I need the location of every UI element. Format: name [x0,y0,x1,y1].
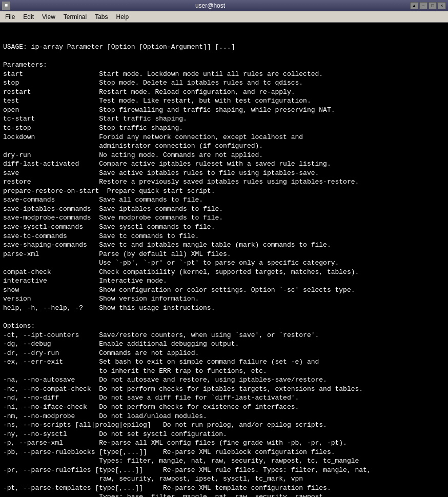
titlebar-left: ■ [2,2,10,10]
menu-terminal[interactable]: Terminal [59,12,91,22]
terminal-icon: ■ [2,2,10,10]
maximize-button[interactable]: □ [429,2,437,9]
titlebar: ■ user@host ▲ − □ × [0,0,448,11]
menu-view[interactable]: View [38,12,59,22]
titlebar-buttons[interactable]: ▲ − □ × [410,2,446,9]
minimize-button[interactable]: − [419,2,427,9]
menu-file[interactable]: File [1,12,19,22]
close-button[interactable]: × [438,2,446,9]
terminal-content: USAGE: ip-array Parameter [Option [Optio… [3,43,445,497]
titlebar-title: user@host [10,2,410,9]
scroll-up-button[interactable]: ▲ [410,2,418,9]
menu-help[interactable]: Help [112,12,133,22]
menu-tabs[interactable]: Tabs [91,12,112,22]
terminal-window[interactable]: USAGE: ip-array Parameter [Option [Optio… [0,23,448,497]
menu-edit[interactable]: Edit [19,12,38,22]
menubar: File Edit View Terminal Tabs Help [0,11,448,23]
